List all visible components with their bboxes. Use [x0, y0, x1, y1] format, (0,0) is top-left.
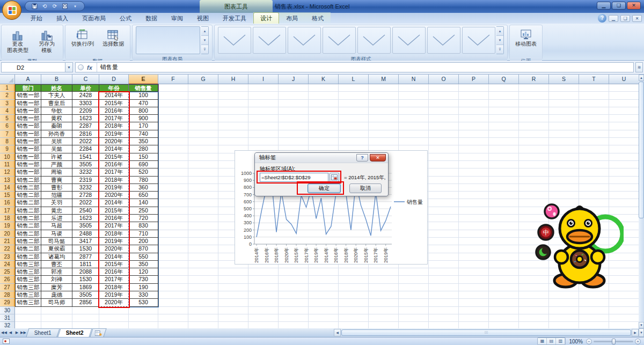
cell-J1[interactable] [279, 84, 309, 92]
row-header-14[interactable]: 14 [0, 184, 15, 192]
cell-K30[interactable] [309, 307, 339, 314]
cell-U7[interactable] [609, 130, 639, 138]
workbook-close-button[interactable]: ✕ [632, 15, 642, 22]
print-preview-icon[interactable] [61, 3, 69, 10]
cell-D6[interactable]: 2018年 [99, 122, 129, 130]
cell-C21[interactable]: 3417 [72, 238, 99, 245]
cell-A27[interactable]: 销售三部 [15, 284, 41, 291]
scroll-down-icon[interactable]: ▼ [639, 322, 644, 328]
cell-R24[interactable] [519, 261, 549, 268]
cell-G26[interactable] [188, 276, 218, 283]
cell-D24[interactable]: 2015年 [99, 261, 129, 268]
cell-L3[interactable] [339, 100, 369, 107]
cell-F18[interactable] [158, 215, 188, 222]
cell-R14[interactable] [519, 184, 549, 192]
formula-options-icon[interactable] [78, 64, 84, 70]
cell-F14[interactable] [158, 184, 188, 192]
cell-C3[interactable]: 3303 [72, 100, 99, 107]
row-header-25[interactable]: 25 [0, 268, 15, 276]
horizontal-scroll-thumb[interactable] [341, 329, 631, 336]
cell-G23[interactable] [188, 253, 218, 261]
cell-S12[interactable] [549, 168, 579, 176]
cell-T13[interactable] [579, 177, 609, 184]
cell-T17[interactable] [579, 207, 609, 215]
cell-L28[interactable] [339, 291, 369, 299]
cell-J3[interactable] [279, 100, 309, 107]
cell-K8[interactable] [309, 138, 339, 145]
cell-O19[interactable] [429, 222, 459, 230]
cell-Q4[interactable] [489, 107, 519, 115]
cell-R15[interactable] [519, 192, 549, 199]
cell-F10[interactable] [158, 153, 188, 161]
cell-K25[interactable] [309, 268, 339, 276]
cell-L5[interactable] [339, 115, 369, 122]
cell-E11[interactable]: 690 [129, 161, 158, 168]
cell-P29[interactable] [459, 299, 489, 306]
chart-layout-gallery[interactable] [136, 26, 200, 54]
cell-Q15[interactable] [489, 192, 519, 199]
ribbon-tab-开发工具[interactable]: 开发工具 [216, 12, 253, 24]
cell-O21[interactable] [429, 238, 459, 245]
cell-B6[interactable]: 秦朗 [41, 122, 72, 130]
cell-P8[interactable] [459, 138, 489, 145]
cell-L8[interactable] [339, 138, 369, 145]
cell-J6[interactable] [279, 122, 309, 130]
cell-A12[interactable]: 销售一部 [15, 168, 41, 176]
ok-button[interactable]: 确定 [308, 183, 341, 193]
cell-A11[interactable]: 销售一部 [15, 161, 41, 168]
cell-M2[interactable] [369, 92, 399, 99]
cell-F26[interactable] [158, 276, 188, 283]
cell-E17[interactable]: 250 [129, 207, 158, 215]
cell-Q28[interactable] [489, 291, 519, 299]
cell-E20[interactable]: 710 [129, 230, 158, 238]
cell-F24[interactable] [158, 261, 188, 268]
cell-I7[interactable] [248, 130, 279, 138]
redo-icon[interactable]: ⟳ [51, 3, 58, 10]
row-header-24[interactable]: 24 [0, 261, 15, 268]
cell-H28[interactable] [218, 291, 248, 299]
cell-U13[interactable] [609, 177, 639, 184]
cell-S1[interactable] [549, 84, 579, 92]
cell-K28[interactable] [309, 291, 339, 299]
cell-U11[interactable] [609, 161, 639, 168]
cell-E30[interactable] [129, 307, 158, 314]
cell-F2[interactable] [158, 92, 188, 99]
cell-Q24[interactable] [489, 261, 519, 268]
cell-B3[interactable]: 曹皇后 [41, 100, 72, 107]
cell-T25[interactable] [579, 268, 609, 276]
cell-F32[interactable] [158, 322, 188, 328]
cell-K5[interactable] [309, 115, 339, 122]
row-header-7[interactable]: 7 [0, 130, 15, 138]
cell-Q6[interactable] [489, 122, 519, 130]
cell-O13[interactable] [429, 177, 459, 184]
cell-F17[interactable] [158, 207, 188, 215]
chart-style-thumbnail[interactable] [218, 27, 251, 54]
cell-T24[interactable] [579, 261, 609, 268]
scroll-up-icon[interactable]: ▲ [639, 75, 644, 81]
cell-G2[interactable] [188, 92, 218, 99]
cell-T9[interactable] [579, 145, 609, 153]
zoom-in-icon[interactable]: + [635, 339, 641, 344]
cell-F28[interactable] [158, 291, 188, 299]
cell-C8[interactable]: 2022 [72, 138, 99, 145]
cell-S32[interactable] [549, 322, 579, 328]
cell-G22[interactable] [188, 245, 218, 253]
cell-L4[interactable] [339, 107, 369, 115]
cell-R9[interactable] [519, 145, 549, 153]
cell-Q32[interactable] [489, 322, 519, 328]
cell-G32[interactable] [188, 322, 218, 328]
select-all-corner[interactable] [0, 75, 15, 84]
cell-B24[interactable]: 曹丕 [41, 261, 72, 268]
cell-D31[interactable] [99, 314, 129, 322]
cell-T4[interactable] [579, 107, 609, 115]
cell-G21[interactable] [188, 238, 218, 245]
cell-Q10[interactable] [489, 153, 519, 161]
cell-A3[interactable]: 销售一部 [15, 100, 41, 107]
cell-M6[interactable] [369, 122, 399, 130]
ribbon-tab-视图[interactable]: 视图 [190, 12, 216, 24]
row-header-4[interactable]: 4 [0, 107, 15, 115]
cell-T14[interactable] [579, 184, 609, 192]
cell-U27[interactable] [609, 284, 639, 291]
row-header-9[interactable]: 9 [0, 145, 15, 153]
cell-D1[interactable]: 年份 [99, 84, 129, 92]
